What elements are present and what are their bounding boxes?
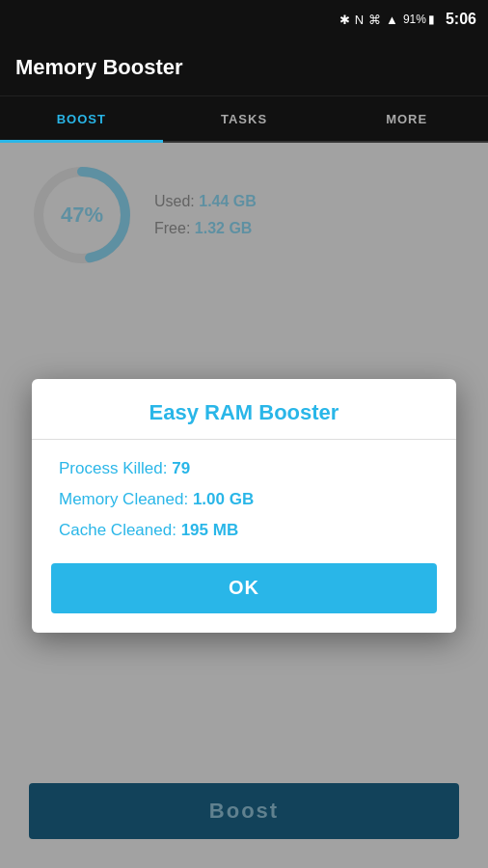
- status-bar: ✱ N ⌘ ▲ 91% ▮ 5:06: [0, 0, 488, 39]
- tab-boost-label: BOOST: [57, 112, 106, 126]
- tab-tasks-label: TASKS: [221, 112, 267, 126]
- dialog-stat-processes: Process Killed: 79: [59, 459, 429, 478]
- dialog-body: Process Killed: 79 Memory Cleaned: 1.00 …: [32, 440, 456, 563]
- bluetooth-icon: ✱: [339, 13, 350, 27]
- dialog-title: Easy RAM Booster: [32, 379, 456, 439]
- dialog-stat-cache: Cache Cleaned: 195 MB: [59, 521, 429, 540]
- stat-cache-label: Cache Cleaned:: [59, 521, 176, 539]
- status-time: 5:06: [446, 11, 476, 28]
- dialog-ok-area: OK: [32, 563, 456, 633]
- dialog: Easy RAM Booster Process Killed: 79 Memo…: [32, 379, 456, 633]
- dialog-stat-memory: Memory Cleaned: 1.00 GB: [59, 490, 429, 509]
- wifi-icon: ⌘: [368, 13, 381, 27]
- stat-memory-label: Memory Cleaned:: [59, 490, 188, 508]
- status-icons: ✱ N ⌘ ▲ 91% ▮ 5:06: [339, 11, 476, 28]
- battery-percent: 91%: [403, 13, 426, 26]
- stat-processes-value: 79: [172, 459, 190, 477]
- battery-icon: 91% ▮: [403, 13, 435, 26]
- app-title: Memory Booster: [15, 55, 183, 80]
- app-header: Memory Booster: [0, 39, 488, 96]
- tab-more-label: MORE: [386, 112, 427, 126]
- tab-more[interactable]: MORE: [325, 96, 488, 141]
- tab-bar: BOOST TASKS MORE: [0, 96, 488, 143]
- network-n-icon: N: [355, 13, 364, 27]
- dialog-ok-button[interactable]: OK: [51, 563, 437, 613]
- stat-cache-value: 195 MB: [181, 521, 239, 539]
- main-content: 47% Used: 1.44 GB Free: 1.32 GB Boost Ea…: [0, 143, 488, 868]
- dialog-overlay: Easy RAM Booster Process Killed: 79 Memo…: [0, 143, 488, 868]
- tab-boost[interactable]: BOOST: [0, 96, 163, 141]
- stat-processes-label: Process Killed:: [59, 459, 167, 477]
- signal-icon: ▲: [386, 13, 398, 27]
- tab-tasks[interactable]: TASKS: [163, 96, 326, 141]
- battery-shape: ▮: [428, 13, 435, 26]
- stat-memory-value: 1.00 GB: [193, 490, 254, 508]
